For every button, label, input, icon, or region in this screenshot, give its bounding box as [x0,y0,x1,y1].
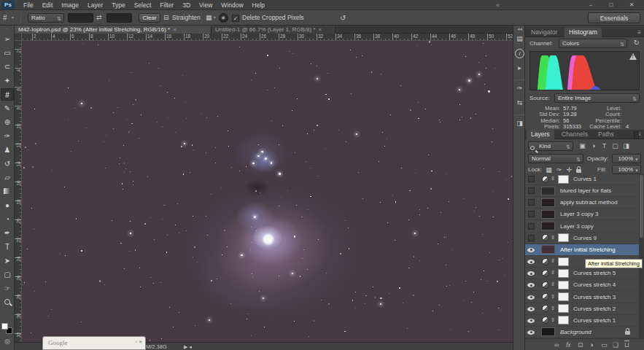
channel-select[interactable]: Colors ⇅ [559,39,627,48]
document-tab-1[interactable]: M42-Ioptron.psd @ 23% (After initial Str… [15,26,212,34]
mini-bridge-icon[interactable]: ▤ [515,34,524,44]
tab-paths[interactable]: Paths [594,130,618,139]
dodge-tool[interactable]: ◔ [1,213,14,225]
google-popup-window[interactable]: Google ▫ × [42,336,146,350]
layer-name[interactable]: Curves stretch 3 [573,292,616,303]
zoom-tool[interactable] [1,296,14,308]
foreground-color-swatch[interactable] [1,323,8,330]
crop-overlay-icon[interactable]: ▦ [206,10,212,26]
visibility-eye-icon[interactable] [527,248,535,252]
marquee-tool[interactable]: ▭ [1,47,14,59]
layer-row-curves-stretch-3[interactable]: ∞Curves stretch 3 [525,292,639,303]
menu-layer[interactable]: Layer [83,0,107,10]
tab-close-icon[interactable]: × [316,26,325,33]
visibility-eye-icon[interactable] [527,319,535,323]
layer-row-layer-3-copy-3[interactable]: Layer 3 copy 3 [525,209,639,220]
mask-link-icon[interactable]: ∞ [551,306,556,310]
blend-mode-select[interactable]: Normal ⇅ [528,154,583,163]
layer-row-curves-9[interactable]: ∞Curves 9 [525,233,639,244]
layer-name[interactable]: Curves stretch 2 [573,303,616,315]
gradient-tool[interactable] [1,185,14,198]
layer-row-curves-stretch-1[interactable]: ∞Curves stretch 1 [525,315,639,327]
visibility-checkbox[interactable] [528,199,535,206]
visibility-checkbox[interactable] [528,223,535,230]
mask-link-icon[interactable]: ∞ [551,295,556,298]
visibility-eye-icon[interactable] [527,295,535,300]
straighten-label[interactable]: Straighten [172,10,201,26]
toolbar-header[interactable]: .. [0,26,15,31]
status-bar-arrow-icon[interactable]: ▶ ◂ [184,343,192,350]
layer-thumbnail[interactable] [541,245,555,254]
layer-thumbnail[interactable] [541,187,555,195]
source-select[interactable]: Entire Image ⇅ [554,93,640,103]
mask-link-icon[interactable]: ∞ [551,259,556,262]
visibility-eye-icon[interactable] [527,330,535,335]
layer-row-background[interactable]: Background [525,327,639,338]
document-tab-2[interactable]: Untitled-1 @ 66.7% (Layer 1, RGB/8) *× [212,26,335,34]
layer-row-curves-1[interactable]: ∞Curves 1 [525,174,639,185]
eraser-tool[interactable]: ▱ [1,171,14,184]
layer-mask-thumbnail[interactable] [558,269,569,278]
layer-effects-icon[interactable]: fx [566,339,571,350]
quick-mask-button[interactable]: ◎ [0,338,15,347]
visibility-checkbox[interactable] [528,187,535,194]
menu-type[interactable]: Type [107,0,129,10]
visibility-eye-icon[interactable] [527,283,535,287]
layer-row-layer-3-copy[interactable]: Layer 3 copy [525,221,639,233]
layer-mask-thumbnail[interactable] [558,316,569,324]
scrollbar-thumb[interactable] [640,175,643,238]
tab-close-icon[interactable]: × [170,26,179,33]
new-group-icon[interactable]: ▭ [601,339,608,350]
menu-file[interactable]: File [19,0,38,10]
menu-help[interactable]: Help [248,0,269,10]
crop-height-input[interactable] [106,13,132,23]
type-tool[interactable]: T [1,241,14,253]
mask-link-icon[interactable]: ∞ [551,236,556,239]
new-adjustment-icon[interactable]: ◑ [589,339,593,350]
mask-link-icon[interactable]: ∞ [551,318,556,322]
workspace-switcher-button[interactable]: Essentials [588,12,640,23]
path-selection-tool[interactable]: ➤ [1,254,14,267]
layer-thumbnail[interactable] [541,210,555,219]
layer-name[interactable]: Background [560,327,591,338]
layer-mask-thumbnail[interactable] [558,281,569,289]
menu-filter[interactable]: Filter [155,0,178,10]
layer-row-apply-subtract-method[interactable]: apply subtract method [525,197,639,209]
layer-row-curves-stretch-4[interactable]: ∞Curves stretch 4 [525,279,639,291]
layer-name[interactable]: Curves 9 [573,233,597,244]
rectangle-tool[interactable]: ▢ [1,268,14,281]
opacity-value[interactable]: 100%▼ [612,154,641,163]
swap-dimensions-icon[interactable]: ⇄ [96,10,102,26]
layer-name[interactable]: apply subtract method [560,197,618,209]
tab-histogram[interactable]: Histogram [565,28,602,37]
new-layer-icon[interactable]: ❏ [613,339,618,350]
mask-link-icon[interactable]: ∞ [551,176,556,180]
clone-source-icon[interactable]: ⇆ [515,98,524,108]
tab-layers[interactable]: Layers [527,130,554,139]
layer-name[interactable]: Curves stretch 1 [573,315,616,327]
overlay-dropdown-arrow[interactable]: ▾ [214,10,216,26]
delete-cropped-checkbox[interactable]: ✓ [232,15,239,22]
actions-icon[interactable]: ▸ [515,63,524,73]
crop-tool[interactable]: # [1,88,14,101]
history-brush-tool[interactable]: ↺ [1,158,14,170]
minimize-button[interactable]: – [581,1,600,9]
layer-mask-thumbnail[interactable] [558,175,569,184]
menu-view[interactable]: View [195,0,217,10]
visibility-eye-icon[interactable] [527,307,535,311]
layer-filter-toggle[interactable] [634,131,639,139]
filter-smart-objects-icon[interactable]: ◨ [621,141,631,151]
quick-selection-tool[interactable]: ✦ [1,74,14,87]
link-layers-icon[interactable]: ∞ [554,339,559,350]
straighten-level-icon[interactable]: ⊟ [163,10,169,26]
brush-tool[interactable]: ✑ [1,130,14,142]
crop-options-gear-icon[interactable]: ✱ [219,13,228,23]
layer-mask-thumbnail[interactable] [558,292,569,301]
visibility-checkbox[interactable] [528,235,535,241]
reset-icon[interactable]: ↺ [340,10,346,26]
vertical-ruler[interactable]: 2468101214161820222426283032 [15,41,22,342]
crop-tool-icon[interactable]: # [3,10,7,26]
menu-edit[interactable]: Edit [38,0,58,10]
info-icon[interactable]: i [515,49,524,58]
crop-ratio-select[interactable]: Ratio ⇅ [28,13,64,23]
